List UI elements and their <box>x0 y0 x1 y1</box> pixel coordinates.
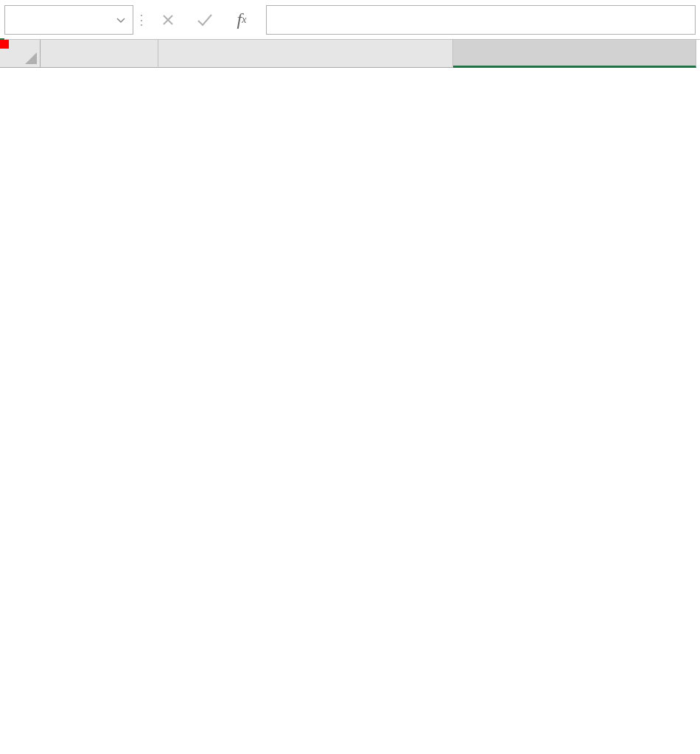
cancel-button[interactable] <box>150 5 186 35</box>
formula-bar-divider: ⋮ <box>133 5 150 35</box>
name-box[interactable] <box>4 5 133 35</box>
column-header-a[interactable] <box>41 40 158 68</box>
column-headers <box>41 40 700 68</box>
column-header-c[interactable] <box>453 40 696 68</box>
formula-bar: ⋮ fx <box>0 0 700 40</box>
column-header-b[interactable] <box>158 40 453 68</box>
select-all-corner[interactable] <box>0 40 41 68</box>
insert-function-button[interactable]: fx <box>223 5 260 35</box>
formula-input[interactable] <box>266 5 696 35</box>
name-box-dropdown-icon[interactable] <box>116 14 125 26</box>
enter-button[interactable] <box>186 5 223 35</box>
